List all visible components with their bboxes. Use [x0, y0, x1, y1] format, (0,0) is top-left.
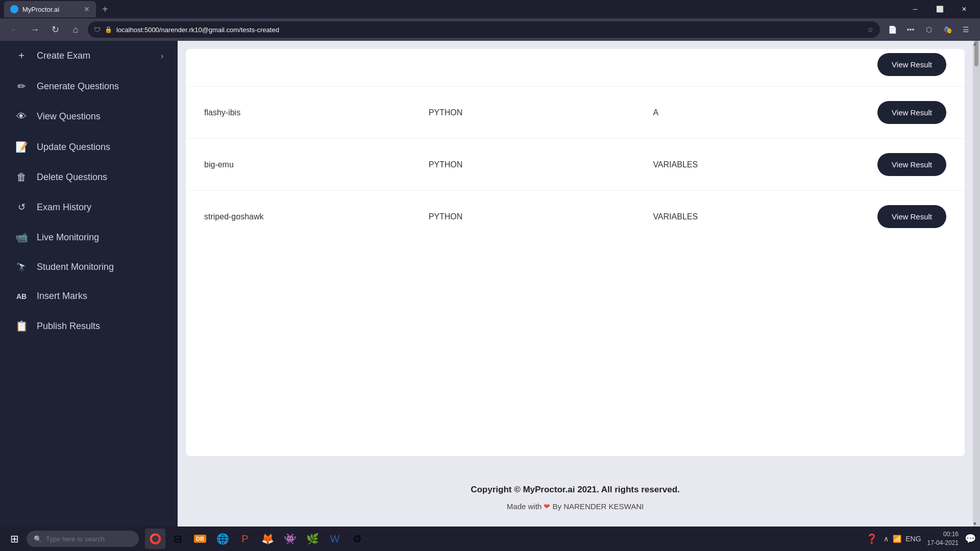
- live-monitoring-icon: 📹: [14, 231, 29, 243]
- exam-name: striped-goshawk: [204, 212, 416, 221]
- more-button[interactable]: •••: [902, 21, 919, 38]
- arrow-icon: ›: [161, 52, 163, 61]
- home-button[interactable]: ⌂: [67, 21, 84, 38]
- taskbar-time-value: 00:16: [927, 530, 959, 539]
- made-with-text: Made with: [507, 502, 542, 511]
- exam-name: big-emu: [204, 160, 416, 169]
- sidebar-item-student-monitoring[interactable]: 🔭 Student Monitoring: [0, 253, 178, 282]
- back-button[interactable]: ←: [6, 21, 22, 38]
- delete-questions-icon: 🗑: [14, 171, 29, 183]
- url-input[interactable]: [116, 26, 863, 34]
- taskbar-search[interactable]: 🔍: [27, 531, 139, 547]
- exam-lang: PYTHON: [429, 160, 641, 169]
- taskbar-date-value: 17-04-2021: [927, 539, 959, 547]
- taskbar-app-task-view[interactable]: ⊟: [167, 529, 188, 549]
- chevron-up-icon[interactable]: ∧: [884, 535, 889, 543]
- reload-button[interactable]: ↻: [47, 21, 63, 38]
- sidebar-item-label: Exam History: [37, 202, 91, 213]
- sidebar-item-exam-history[interactable]: ↺ Exam History: [0, 192, 178, 222]
- exam-topic: A: [653, 108, 865, 117]
- reader-view-button[interactable]: 📄: [884, 21, 900, 38]
- extensions-button[interactable]: 🎭: [939, 21, 955, 38]
- sidebar-item-publish-results[interactable]: 📋 Publish Results: [0, 311, 178, 341]
- taskbar-right: ❓ ∧ 📶 ENG 00:16 17-04-2021 💬: [866, 530, 976, 547]
- table-row: big-emu PYTHON VARIABLES View Result: [186, 139, 965, 191]
- nav-bar: ← → ↻ ⌂ 🛡 🔒 ☆ 📄 ••• ⬡ 🎭 ☰: [0, 18, 980, 41]
- content-card: View Result flashy-ibis PYTHON A View Re…: [186, 49, 965, 456]
- footer: Copyright © MyProctor.ai 2021. All right…: [178, 464, 973, 527]
- taskbar-clock[interactable]: 00:16 17-04-2021: [927, 530, 959, 547]
- taskbar-system-icons: ∧ 📶 ENG: [884, 535, 921, 543]
- nav-actions: 📄 ••• ⬡ 🎭 ☰: [884, 21, 974, 38]
- window-controls: ─ ⬜ ✕: [903, 1, 976, 17]
- sidebar-item-label: Live Monitoring: [37, 232, 99, 243]
- taskbar-app-cortana[interactable]: ⭕: [145, 529, 165, 549]
- view-result-button[interactable]: View Result: [877, 101, 946, 124]
- taskbar-app-settings[interactable]: ⚙: [347, 529, 368, 549]
- active-tab[interactable]: 🌐 MyProctor.ai ✕: [4, 1, 96, 17]
- pocket-button[interactable]: ⬡: [921, 21, 937, 38]
- sidebar: + Create Exam › ✏ Generate Questions 👁 V…: [0, 41, 178, 527]
- heart-icon: ❤: [544, 502, 550, 511]
- tab-close-button[interactable]: ✕: [84, 5, 90, 13]
- footer-copyright: Copyright © MyProctor.ai 2021. All right…: [188, 485, 963, 495]
- sidebar-item-live-monitoring[interactable]: 📹 Live Monitoring: [0, 222, 178, 253]
- view-questions-icon: 👁: [14, 111, 29, 122]
- footer-made: Made with ❤ By NARENDER KESWANI: [188, 502, 963, 511]
- app-layout: + Create Exam › ✏ Generate Questions 👁 V…: [0, 41, 980, 527]
- view-result-button[interactable]: View Result: [877, 153, 946, 176]
- scrollbar-track[interactable]: ▼ ▲: [973, 41, 980, 527]
- taskbar-app-powerpoint[interactable]: P: [235, 529, 255, 549]
- taskbar-app-firefox[interactable]: 🦊: [257, 529, 278, 549]
- scroll-down-arrow[interactable]: ▼: [971, 521, 978, 527]
- sidebar-item-label: Student Monitoring: [37, 262, 114, 272]
- exam-topic: VARIABLES: [653, 160, 865, 169]
- sidebar-item-view-questions[interactable]: 👁 View Questions: [0, 102, 178, 132]
- address-bar[interactable]: 🛡 🔒 ☆: [88, 21, 880, 38]
- forward-button[interactable]: →: [27, 21, 43, 38]
- sidebar-item-label: Generate Questions: [37, 81, 119, 92]
- sidebar-item-label: Delete Questions: [37, 172, 107, 183]
- taskbar-app-unknown[interactable]: 👾: [280, 529, 300, 549]
- update-questions-icon: 📝: [14, 141, 29, 153]
- sidebar-item-label: Publish Results: [37, 321, 100, 332]
- sidebar-item-generate-questions[interactable]: ✏ Generate Questions: [0, 71, 178, 102]
- sidebar-item-delete-questions[interactable]: 🗑 Delete Questions: [0, 162, 178, 192]
- taskbar-app-word[interactable]: W: [325, 529, 345, 549]
- sidebar-item-insert-marks[interactable]: AB Insert Marks: [0, 282, 178, 311]
- menu-button[interactable]: ☰: [958, 21, 974, 38]
- notification-center[interactable]: 💬: [965, 533, 976, 544]
- main-content: View Result flashy-ibis PYTHON A View Re…: [178, 41, 973, 527]
- taskbar-app-edge[interactable]: 🌐: [212, 529, 233, 549]
- tab-favicon: 🌐: [10, 5, 18, 13]
- view-result-button[interactable]: View Result: [877, 205, 946, 228]
- taskbar-search-input[interactable]: [46, 535, 117, 543]
- start-button[interactable]: ⊞: [4, 529, 24, 549]
- sidebar-item-create-exam[interactable]: + Create Exam ›: [0, 41, 178, 71]
- wifi-icon[interactable]: 📶: [893, 535, 901, 543]
- bookmark-icon[interactable]: ☆: [867, 26, 874, 34]
- table-row: flashy-ibis PYTHON A View Result: [186, 87, 965, 139]
- taskbar-app-mongodb[interactable]: 🌿: [302, 529, 323, 549]
- new-tab-button[interactable]: +: [98, 4, 112, 15]
- sidebar-item-label: Update Questions: [37, 142, 110, 153]
- sidebar-item-label: Insert Marks: [37, 291, 87, 302]
- table-row: striped-goshawk PYTHON VARIABLES View Re…: [186, 191, 965, 242]
- view-result-button[interactable]: View Result: [877, 53, 946, 76]
- maximize-button[interactable]: ⬜: [928, 1, 951, 17]
- taskbar: ⊞ 🔍 ⭕ ⊟ DB 🌐 P 🦊 👾 🌿 W ⚙ ❓ ∧ 📶 ENG 00:16…: [0, 527, 980, 551]
- shield-icon: 🛡: [94, 26, 101, 34]
- sidebar-item-update-questions[interactable]: 📝 Update Questions: [0, 132, 178, 162]
- table-row: View Result: [186, 49, 965, 87]
- exam-history-icon: ↺: [14, 202, 29, 213]
- exam-lang: PYTHON: [429, 212, 641, 221]
- taskbar-help[interactable]: ❓: [866, 533, 877, 544]
- taskbar-app-mysql[interactable]: DB: [190, 529, 210, 549]
- title-bar: 🌐 MyProctor.ai ✕ + ─ ⬜ ✕: [0, 0, 980, 18]
- minimize-button[interactable]: ─: [903, 1, 927, 17]
- scroll-up-arrow[interactable]: ▲: [971, 41, 978, 46]
- lang-indicator: ENG: [905, 535, 921, 543]
- sidebar-item-label: View Questions: [37, 111, 101, 122]
- close-button[interactable]: ✕: [952, 1, 976, 17]
- browser-chrome: 🌐 MyProctor.ai ✕ + ─ ⬜ ✕ ← → ↻ ⌂ 🛡 🔒 ☆ 📄…: [0, 0, 980, 41]
